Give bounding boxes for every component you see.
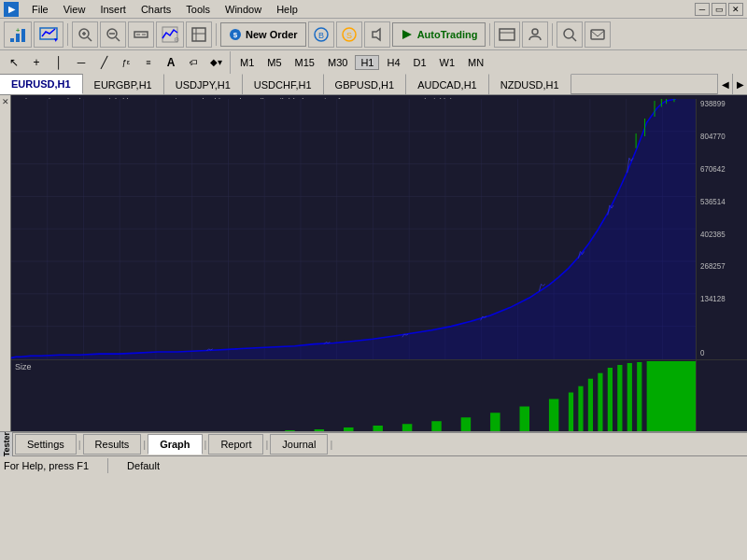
separator-4	[552, 23, 553, 46]
svg-point-32	[564, 29, 573, 38]
sell-button[interactable]: S	[336, 21, 362, 48]
svg-point-31	[532, 29, 538, 35]
chart-plot-area[interactable]	[11, 99, 696, 359]
size-y-axis	[696, 360, 747, 431]
buy-button[interactable]: B	[308, 21, 334, 48]
tab-eurgbp[interactable]: EURGBP,H1	[83, 74, 164, 94]
app-logo: ▶	[4, 2, 19, 17]
svg-line-9	[88, 37, 92, 41]
chart-close-icon[interactable]: ✕	[2, 97, 9, 106]
tab-report[interactable]: Report	[208, 434, 263, 455]
svg-rect-2	[21, 29, 25, 42]
menu-insert[interactable]: Insert	[92, 2, 134, 17]
sound-button[interactable]	[364, 21, 390, 48]
svg-rect-0	[10, 38, 14, 42]
svg-line-33	[572, 37, 576, 41]
autotrading-button[interactable]: AutoTrading	[392, 22, 486, 47]
menu-help[interactable]: Help	[269, 2, 305, 17]
timeframe-mn[interactable]: MN	[462, 55, 489, 70]
close-button[interactable]: ✕	[728, 3, 743, 16]
terminal-button[interactable]	[494, 21, 520, 48]
menu-tools[interactable]: Tools	[178, 2, 218, 17]
horizontal-line-tool[interactable]: ─	[71, 52, 92, 73]
new-order-button[interactable]: $ New Order	[220, 22, 306, 47]
toolbar-main: + ▾ ⚙	[0, 19, 747, 50]
tab-eurusd[interactable]: EURUSD,H1	[0, 74, 83, 94]
svg-text:S: S	[346, 31, 352, 40]
svg-text:938899: 938899	[700, 100, 726, 108]
timeframe-m30[interactable]: M30	[322, 55, 353, 70]
channel-tool[interactable]: ≡	[138, 52, 159, 73]
tab-settings[interactable]: Settings	[15, 434, 77, 455]
cursor-tool[interactable]: ↖	[4, 52, 24, 73]
svg-marker-27	[373, 29, 380, 40]
menu-window[interactable]: Window	[218, 2, 269, 17]
separator-2	[216, 23, 217, 46]
timeframe-m5[interactable]: M5	[261, 55, 287, 70]
svg-line-12	[116, 37, 120, 41]
svg-rect-29	[500, 29, 514, 40]
bottom-panel: Tester Settings | Results | Graph | Repo…	[0, 431, 747, 455]
tab-separator-1: |	[77, 439, 83, 450]
template-button[interactable]	[186, 21, 212, 48]
scroll-button[interactable]	[128, 21, 154, 48]
label-tool[interactable]: 🏷	[183, 52, 204, 73]
zoom-in-button[interactable]	[72, 21, 98, 48]
indicator-button[interactable]: ⚙	[156, 21, 184, 48]
new-order-label: New Order	[246, 29, 298, 40]
tab-results[interactable]: Results	[83, 434, 142, 455]
tab-usdchf[interactable]: USDCHF,H1	[243, 74, 324, 94]
menu-view[interactable]: View	[56, 2, 93, 17]
tester-side-label: Tester	[0, 432, 13, 456]
accounts-button[interactable]	[522, 21, 548, 48]
text-tool[interactable]: A	[161, 52, 181, 73]
separator-1	[67, 23, 68, 46]
svg-text:402385: 402385	[700, 230, 726, 238]
svg-text:268257: 268257	[700, 262, 726, 271]
new-chart-button[interactable]: +	[4, 21, 32, 48]
timeframe-m1[interactable]: M1	[234, 55, 260, 70]
menu-bar: ▶ File View Insert Charts Tools Window H…	[0, 0, 747, 19]
svg-text:$: $	[233, 31, 238, 39]
svg-text:134128: 134128	[700, 295, 726, 303]
svg-text:0: 0	[700, 349, 705, 357]
tab-gbpusd[interactable]: GBPUSD,H1	[324, 74, 407, 94]
timeframe-h1[interactable]: H1	[355, 55, 379, 70]
svg-text:536514: 536514	[700, 198, 726, 206]
message-button[interactable]	[585, 21, 611, 48]
restore-button[interactable]: ▭	[712, 3, 726, 16]
scroll-right-button[interactable]: ▶	[732, 74, 747, 94]
svg-text:+: +	[16, 26, 21, 35]
chart-svg	[11, 99, 696, 359]
trendline-tool[interactable]: ╱	[93, 52, 114, 73]
vertical-line-tool[interactable]: │	[49, 52, 69, 73]
tab-audcad[interactable]: AUDCAD,H1	[406, 74, 489, 94]
svg-rect-18	[192, 28, 205, 41]
tab-journal[interactable]: Journal	[270, 434, 328, 455]
symbol-tabs: EURUSD,H1 EURGBP,H1 USDJPY,H1 USDCHF,H1 …	[0, 75, 747, 95]
menu-file[interactable]: File	[24, 2, 56, 17]
menu-charts[interactable]: Charts	[134, 2, 178, 17]
tab-graph[interactable]: Graph	[148, 434, 202, 455]
status-separator	[107, 458, 108, 473]
zoom-out-button[interactable]	[100, 21, 126, 48]
chart-content: Balance / Equity / Every tick (the most …	[11, 95, 747, 431]
minimize-button[interactable]: ─	[695, 3, 710, 16]
timeframe-d1[interactable]: D1	[408, 55, 432, 70]
fibonacci-tool[interactable]: ƒε	[116, 52, 136, 73]
crosshair-tool[interactable]: +	[26, 52, 47, 73]
arrow-tool[interactable]: ◆▾	[205, 52, 226, 73]
profile-button[interactable]: ▾	[34, 21, 63, 48]
status-bar: For Help, press F1 Default	[0, 455, 747, 474]
window-controls: ─ ▭ ✕	[695, 3, 743, 16]
search-button[interactable]	[557, 21, 583, 48]
svg-text:▾: ▾	[54, 36, 58, 43]
timeframe-h4[interactable]: H4	[381, 55, 405, 70]
y-axis-svg: 938899 804770 670642 536514 402385 26825…	[697, 99, 747, 359]
scroll-left-button[interactable]: ◀	[717, 74, 732, 94]
tab-usdjpy[interactable]: USDJPY,H1	[164, 74, 243, 94]
tab-nzdusd[interactable]: NZDUSD,H1	[489, 74, 571, 94]
timeframe-w1[interactable]: W1	[434, 55, 461, 70]
timeframe-m15[interactable]: M15	[289, 55, 320, 70]
separator-3	[489, 23, 490, 46]
